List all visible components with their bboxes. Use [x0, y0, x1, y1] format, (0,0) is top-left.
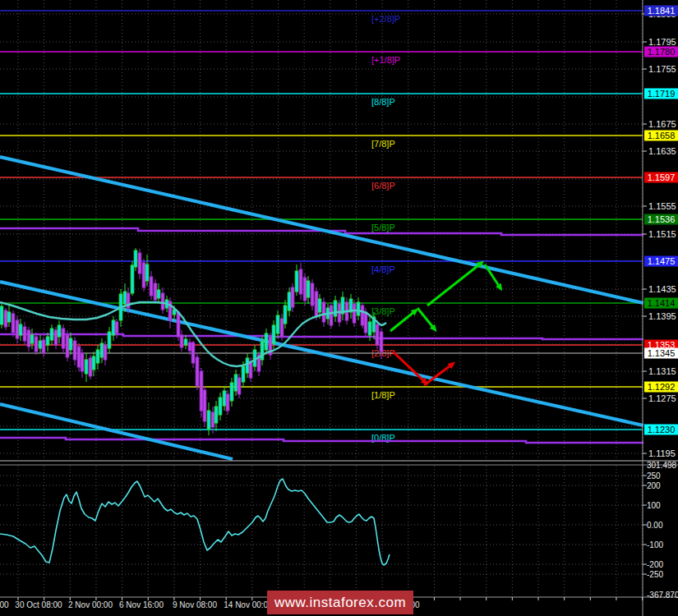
candle-body: [376, 324, 379, 345]
candle-body: [23, 327, 26, 341]
candle-body: [288, 292, 291, 310]
candle-body: [81, 353, 84, 371]
candle-body: [200, 371, 203, 411]
candle-body: [39, 341, 42, 348]
candle-body: [58, 325, 61, 337]
murrey-level-label: [3/8]P: [371, 306, 395, 316]
candle-body: [112, 320, 115, 335]
candle-body: [246, 358, 249, 373]
candle-body: [66, 335, 69, 357]
candle-body: [96, 350, 99, 363]
candle-body: [35, 337, 38, 352]
trend-lines: [0, 157, 643, 459]
candle-body: [145, 264, 149, 281]
candle-body: [261, 342, 264, 360]
candle-body: [69, 338, 72, 350]
candle-body: [157, 290, 160, 298]
candle-body: [230, 383, 233, 401]
candle-body: [30, 335, 34, 343]
purple-step-line: [0, 438, 643, 443]
candle-body: [311, 283, 314, 306]
candle-body: [299, 269, 302, 294]
candle-body: [138, 253, 141, 274]
candle-body: [0, 306, 3, 324]
candle-body: [196, 357, 199, 386]
candle-body: [249, 361, 252, 378]
candle-body: [315, 292, 318, 316]
murrey-level-label: [4/8]P: [371, 264, 395, 274]
candle-body: [123, 292, 127, 304]
candle-body: [357, 302, 360, 315]
candle-body: [276, 315, 279, 333]
murrey-level-label: [1/8]P: [371, 390, 395, 400]
candle-body: [291, 287, 294, 307]
candle-body: [188, 342, 191, 351]
murrey-level-label: [+1/8]P: [371, 55, 400, 65]
candle-body: [184, 339, 187, 345]
candle-body: [73, 341, 76, 360]
candle-body: [177, 312, 180, 337]
candle-body: [4, 310, 7, 327]
candle-body: [330, 306, 333, 325]
candle-body: [203, 390, 206, 421]
candle-body: [89, 358, 92, 376]
oscillator-line: [0, 479, 390, 565]
oscillator: [0, 479, 390, 565]
murrey-level-label: [5/8]P: [371, 223, 395, 232]
candle-body: [361, 306, 364, 325]
candle-body: [42, 340, 45, 353]
candle-body: [77, 347, 81, 367]
candle-body: [303, 278, 307, 301]
candle-body: [19, 324, 22, 335]
candle-body: [134, 251, 137, 267]
candle-body: [219, 398, 222, 415]
candle-body: [242, 366, 245, 382]
candle-body: [214, 407, 218, 423]
candle-body: [380, 332, 383, 352]
candle-body: [108, 332, 111, 348]
murrey-level-label: [+2/8]P: [371, 14, 400, 24]
candle-body: [92, 356, 95, 370]
candle-body: [16, 320, 19, 338]
candle-body: [272, 325, 275, 343]
candle-body: [353, 304, 356, 323]
candle-body: [46, 337, 49, 345]
candle-body: [234, 375, 238, 391]
candle-body: [211, 412, 214, 427]
watermark-text: www.instaforex.com: [274, 595, 406, 611]
candle-body: [284, 306, 287, 324]
candle-body: [238, 378, 241, 394]
candle-body: [295, 271, 298, 292]
watermark: www.instaforex.com: [267, 591, 413, 614]
candle-body: [226, 394, 229, 411]
candle-body: [27, 330, 30, 347]
candle-body: [307, 281, 310, 297]
candle-body: [104, 345, 107, 360]
candle-body: [62, 329, 65, 348]
candle-body: [280, 319, 284, 337]
candle-body: [131, 265, 134, 293]
candle-body: [334, 301, 337, 316]
projection-arrows: [390, 263, 500, 385]
candle-body: [180, 335, 183, 347]
candle-body: [7, 312, 11, 322]
candle-body: [12, 314, 15, 333]
candle-body: [142, 263, 145, 287]
candles: [0, 248, 383, 435]
trend-line: [0, 404, 233, 459]
candle-body: [368, 322, 371, 335]
candle-body: [207, 411, 210, 429]
candle-body: [115, 322, 118, 333]
candle-body: [364, 312, 367, 333]
green-projection-arrow: [417, 308, 435, 329]
candle-body: [161, 293, 164, 310]
candle-body: [50, 329, 53, 340]
candle-body: [150, 277, 153, 296]
candle-body: [85, 360, 88, 374]
candle-body: [54, 330, 58, 345]
candle-body: [154, 283, 157, 300]
pane-separator: [0, 461, 678, 465]
trading-chart-window: [+2/8]P[+1/8]P[8/8]P[7/8]P[6/8]P[5/8]P[4…: [0, 0, 678, 616]
price-chart-canvas: [+2/8]P[+1/8]P[8/8]P[7/8]P[6/8]P[5/8]P[4…: [0, 0, 678, 616]
green-projection-arrow: [427, 263, 482, 306]
